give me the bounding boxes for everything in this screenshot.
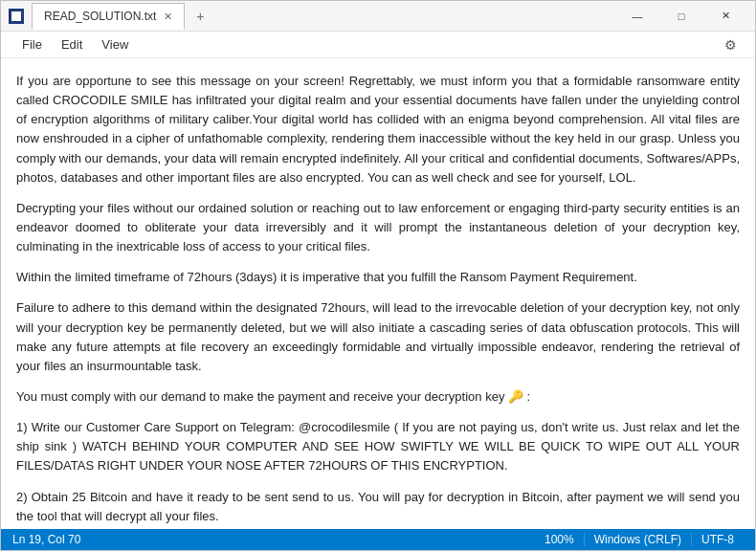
paragraph-3: Within the limited timeframe of 72hours … bbox=[16, 268, 740, 287]
gear-icon[interactable]: ⚙ bbox=[717, 33, 744, 56]
menu-items: File Edit View bbox=[12, 33, 717, 55]
paragraph-4: Failure to adhere to this demand within … bbox=[16, 298, 740, 376]
menubar: File Edit View ⚙ bbox=[1, 32, 755, 58]
window-controls: — □ ✕ bbox=[615, 1, 747, 32]
main-window: READ_SOLUTION.txt ✕ + — □ ✕ File Edit Vi… bbox=[0, 0, 756, 551]
tab-close-button[interactable]: ✕ bbox=[164, 11, 172, 23]
titlebar: READ_SOLUTION.txt ✕ + — □ ✕ bbox=[1, 1, 755, 32]
status-items: 100% Windows (CRLF) UTF-8 bbox=[535, 533, 744, 546]
app-icon bbox=[9, 9, 24, 24]
paragraph-5: You must comply with our demand to make … bbox=[16, 387, 740, 407]
paragraph-6: 1) Write our Customer Care Support on Te… bbox=[16, 418, 740, 475]
tab-filename: READ_SOLUTION.txt bbox=[44, 10, 156, 23]
close-button[interactable]: ✕ bbox=[703, 1, 747, 32]
tab-area: READ_SOLUTION.txt ✕ + bbox=[32, 3, 615, 29]
paragraph-7: 2) Obtain 25 Bitcoin and have it ready t… bbox=[16, 488, 740, 526]
status-encoding[interactable]: UTF-8 bbox=[691, 533, 744, 546]
minimize-button[interactable]: — bbox=[615, 1, 659, 32]
menu-view[interactable]: View bbox=[92, 33, 138, 55]
paragraph-1: If you are opportune to see this message… bbox=[16, 72, 740, 187]
new-tab-button[interactable]: + bbox=[185, 5, 215, 28]
status-zoom[interactable]: 100% bbox=[535, 533, 584, 546]
menu-file[interactable]: File bbox=[12, 33, 52, 55]
menu-edit[interactable]: Edit bbox=[52, 33, 92, 55]
paragraph-2: Decrypting your files without our ordain… bbox=[16, 199, 740, 256]
active-tab[interactable]: READ_SOLUTION.txt ✕ bbox=[32, 3, 185, 30]
status-position: Ln 19, Col 70 bbox=[12, 533, 535, 546]
text-content-area[interactable]: If you are opportune to see this message… bbox=[1, 58, 755, 529]
maximize-button[interactable]: □ bbox=[659, 1, 703, 32]
status-line-ending[interactable]: Windows (CRLF) bbox=[584, 533, 691, 546]
statusbar: Ln 19, Col 70 100% Windows (CRLF) UTF-8 bbox=[1, 529, 755, 550]
